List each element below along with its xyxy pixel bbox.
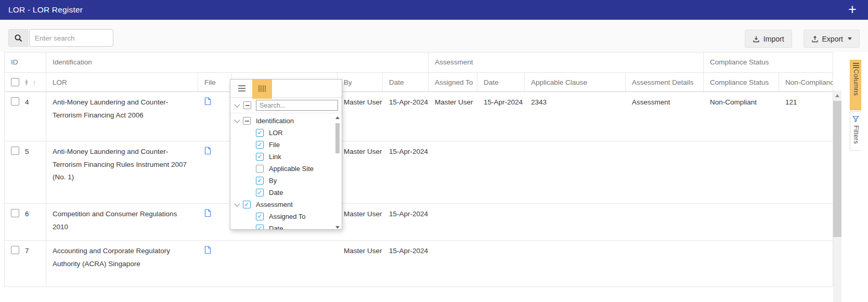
column-header-lor[interactable]: LOR — [46, 73, 198, 91]
column-search-input[interactable] — [256, 100, 338, 111]
column-header-non-compliance-clause[interactable]: Non-Compliance Clause — [779, 73, 833, 91]
chevron-down-icon[interactable] — [234, 117, 240, 123]
checkbox-indeterminate[interactable] — [243, 117, 251, 125]
column-header-file[interactable]: File — [198, 73, 232, 91]
add-record-button[interactable]: + — [844, 1, 861, 18]
checkbox-checked[interactable]: ✓ — [256, 177, 264, 185]
chevron-down-icon[interactable] — [234, 201, 240, 206]
row-select-checkbox[interactable] — [11, 147, 19, 155]
toolbar: Import Export — [0, 20, 868, 52]
file-document-icon[interactable] — [204, 209, 211, 217]
toolbar-actions: Import Export — [745, 30, 860, 48]
tree-item-label: LOR — [269, 129, 283, 137]
search-button[interactable] — [8, 29, 28, 47]
tree-item-label: Assigned To — [269, 213, 306, 220]
row-select-checkbox[interactable] — [11, 209, 19, 217]
group-header-id: ID — [5, 52, 46, 72]
scroll-up-arrow-icon[interactable] — [835, 94, 839, 97]
select-all-columns-checkbox[interactable] — [243, 101, 251, 109]
tab-list-view[interactable] — [238, 88, 245, 89]
column-header-applicable-clause[interactable]: Applicable Clause — [525, 73, 626, 91]
tree-item-label: Assessment — [256, 201, 293, 208]
column-header-date[interactable]: Date — [383, 73, 429, 91]
table-row[interactable]: 6 Competition and Consumer Regulations 2… — [5, 204, 833, 241]
table-row[interactable]: 7 Accounting and Corporate Regulatory Au… — [5, 241, 833, 287]
group-header-row: ID Identification Assessment Compliance … — [5, 52, 833, 73]
column-header-row: ↑ LOR File Link By Date Assigned To Date… — [5, 73, 833, 92]
columns-panel-icon — [853, 65, 859, 66]
file-cell — [198, 204, 232, 240]
column-header-by[interactable]: By — [338, 73, 383, 91]
file-cell — [198, 141, 232, 203]
chevron-down-icon[interactable] — [234, 101, 240, 107]
file-document-icon[interactable] — [204, 147, 211, 155]
table-row[interactable]: 4 Anti-Money Laundering and Counter-Terr… — [5, 92, 833, 141]
popup-scrollbar[interactable] — [334, 115, 341, 230]
filter-funnel-icon — [852, 116, 859, 122]
checkbox-checked[interactable]: ✓ — [256, 153, 264, 161]
side-tab-filters[interactable]: Filters — [850, 111, 861, 151]
row-select-checkbox[interactable] — [11, 246, 19, 254]
scrollbar-thumb[interactable] — [833, 101, 841, 237]
side-tab-columns[interactable]: Columns — [850, 60, 861, 110]
column-header-compliance-status[interactable]: Compliance Status — [704, 73, 779, 91]
tree-item-assessment[interactable]: ✓ Assessment — [230, 199, 342, 211]
by-cell: Master User — [338, 241, 383, 286]
sort-icon[interactable] — [24, 79, 29, 86]
column-header-assessment-date[interactable]: Date — [477, 73, 525, 91]
checkbox-checked[interactable]: ✓ — [256, 189, 264, 196]
checkbox-checked[interactable]: ✓ — [256, 141, 264, 149]
by-cell: Master User — [338, 141, 383, 203]
side-tab-columns-label: Columns — [852, 69, 860, 96]
table-row[interactable]: 5 Anti-Money Laundering and Counter-Terr… — [5, 141, 833, 204]
sort-ascending-icon[interactable]: ↑ — [33, 78, 36, 86]
applicable-clause-cell: 2343 — [525, 92, 626, 141]
row-id-cell: 5 — [5, 141, 46, 203]
column-tree: Identification ✓ LOR ✓ File ✓ Link Appli… — [230, 113, 342, 230]
column-header-assigned-to[interactable]: Assigned To — [429, 73, 477, 91]
lor-register-table: ID Identification Assessment Compliance … — [4, 52, 833, 287]
row-id-cell: 6 — [5, 204, 46, 240]
group-header-compliance-status: Compliance Status — [704, 52, 833, 72]
checkbox-checked[interactable]: ✓ — [256, 129, 264, 137]
tree-item-file[interactable]: ✓ File — [230, 139, 342, 151]
tree-item-date-2[interactable]: ✓ Date — [230, 222, 342, 230]
tree-item-date[interactable]: ✓ Date — [230, 187, 342, 199]
tree-item-label: Link — [269, 153, 281, 161]
checkbox-unchecked[interactable] — [256, 165, 264, 173]
date-cell: 15-Apr-2024 — [383, 92, 429, 141]
header-select: ↑ — [5, 73, 46, 91]
import-label: Import — [763, 35, 784, 43]
side-tab-filters-label: Filters — [852, 125, 860, 144]
table-vertical-scrollbar[interactable] — [833, 90, 841, 302]
column-header-assessment-details[interactable]: Assessment Details — [626, 73, 704, 91]
file-cell — [198, 92, 232, 141]
column-chooser-popup: Identification ✓ LOR ✓ File ✓ Link Appli… — [230, 79, 342, 230]
lor-cell: Anti-Money Laundering and Counter-Terror… — [46, 92, 198, 141]
scroll-up-arrow-icon[interactable] — [335, 116, 340, 119]
file-document-icon[interactable] — [204, 97, 211, 106]
tree-item-by[interactable]: ✓ By — [230, 175, 342, 187]
scrollbar-thumb[interactable] — [335, 123, 340, 153]
assigned-to-cell: Master User — [429, 92, 477, 141]
tree-item-label: Date — [269, 225, 283, 230]
select-all-checkbox[interactable] — [11, 78, 19, 86]
tree-item-lor[interactable]: ✓ LOR — [230, 127, 342, 139]
export-button[interactable]: Export — [804, 30, 860, 48]
row-filler — [429, 141, 833, 203]
scroll-down-arrow-icon[interactable] — [335, 226, 340, 229]
checkbox-checked[interactable]: ✓ — [256, 225, 264, 230]
tree-item-assigned-to[interactable]: ✓ Assigned To — [230, 211, 342, 222]
file-document-icon[interactable] — [204, 246, 211, 254]
export-label: Export — [822, 35, 843, 43]
tree-item-identification[interactable]: Identification — [230, 115, 342, 127]
checkbox-checked[interactable]: ✓ — [243, 201, 251, 208]
tree-item-link[interactable]: ✓ Link — [230, 151, 342, 163]
row-select-checkbox[interactable] — [11, 97, 19, 106]
import-button[interactable]: Import — [745, 30, 792, 48]
search-input[interactable] — [29, 29, 113, 47]
tab-column-view-active[interactable] — [252, 79, 272, 99]
tree-item-label: Applicable Site — [269, 165, 314, 173]
tree-item-applicable-site[interactable]: Applicable Site — [230, 163, 342, 175]
checkbox-checked[interactable]: ✓ — [256, 213, 264, 220]
